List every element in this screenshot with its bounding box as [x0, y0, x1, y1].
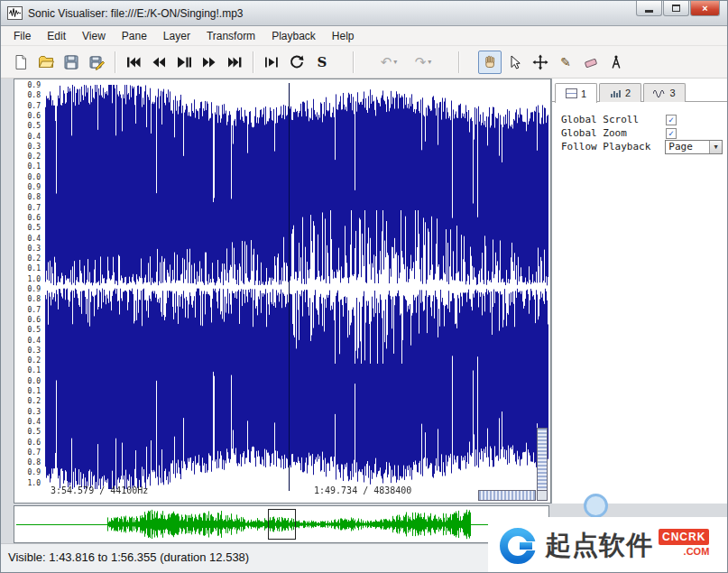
axis-label: 0.5	[28, 429, 41, 436]
redo-button[interactable]: ↷ ▾	[407, 51, 439, 74]
menu-edit[interactable]: Edit	[39, 27, 74, 45]
save-session-button[interactable]	[60, 51, 83, 74]
playhead-cursor	[289, 83, 290, 491]
overview-strip[interactable]	[14, 505, 549, 543]
fast-forward-to-end-icon	[226, 54, 243, 70]
tool-edit-button[interactable]	[529, 51, 552, 74]
global-zoom-checkbox[interactable]: ✓	[666, 128, 677, 139]
save-session-as-button[interactable]	[85, 51, 108, 74]
menu-help[interactable]: Help	[324, 27, 363, 45]
close-icon: ×	[702, 4, 707, 14]
axis-label: 0.4	[28, 236, 41, 243]
watermark-banner: 起点软件 CNCRK .COM	[488, 517, 728, 573]
fast-forward-button[interactable]	[198, 51, 221, 74]
watermark-domain: .COM	[684, 546, 710, 557]
new-session-button[interactable]	[9, 51, 32, 74]
loop-playback-button[interactable]	[285, 51, 309, 74]
zoom-reset-button[interactable]	[537, 490, 548, 501]
check-icon: ✓	[668, 129, 674, 138]
axis-label: 0.7	[28, 449, 41, 457]
menu-playback[interactable]: Playback	[263, 27, 324, 45]
redo-icon: ↷	[415, 55, 427, 69]
maximize-icon	[672, 5, 680, 12]
follow-playback-select[interactable]: Page ▼	[665, 140, 723, 154]
axis-label: 0.4	[28, 419, 41, 426]
menu-view[interactable]: View	[74, 27, 114, 45]
tool-select-button[interactable]	[503, 51, 527, 74]
axis-label: 0.9	[28, 184, 41, 191]
fast-forward-icon	[201, 54, 217, 70]
toolbar-separator	[115, 51, 115, 73]
undo-dropdown-icon: ▾	[393, 58, 397, 66]
visible-region-box[interactable]	[268, 509, 296, 540]
play-pause-button[interactable]	[172, 51, 196, 74]
save-as-floppy-pencil-icon	[88, 54, 105, 70]
open-session-button[interactable]	[34, 51, 58, 74]
amplitude-axis: 0.90.80.70.60.50.40.30.20.10.00.90.80.70…	[14, 79, 44, 503]
horizontal-zoom-wheel[interactable]	[478, 490, 536, 501]
tool-draw-button[interactable]: ✎	[554, 51, 577, 74]
play-selection-icon	[263, 54, 280, 70]
axis-label: 0.7	[28, 205, 41, 212]
rewind-to-start-icon	[125, 54, 142, 70]
redo-dropdown-icon: ▾	[428, 58, 431, 66]
save-floppy-icon	[63, 54, 79, 70]
wave-thumbnail-icon	[653, 88, 666, 98]
menu-file[interactable]: File	[5, 27, 39, 45]
fast-forward-to-end-button[interactable]	[223, 51, 246, 74]
undo-button[interactable]: ↶ ▾	[373, 51, 405, 74]
tool-measure-button[interactable]	[604, 51, 628, 74]
new-document-icon	[13, 54, 29, 70]
rewind-icon	[151, 54, 167, 70]
pane-tab-1[interactable]: 1	[555, 83, 597, 103]
visible-range-text: Visible: 1:43.816 to 1:56.355 (duration …	[8, 550, 249, 564]
menu-layer[interactable]: Layer	[155, 27, 198, 45]
pane-tab-2[interactable]: 2	[599, 83, 641, 102]
menu-pane[interactable]: Pane	[114, 27, 155, 45]
vertical-zoom-wheel[interactable]	[537, 428, 548, 491]
axis-label: 0.2	[28, 153, 41, 161]
toolbar-separator	[458, 51, 459, 73]
close-button[interactable]: ×	[690, 1, 720, 16]
pane-thumbnail-icon	[566, 88, 577, 98]
axis-label: 0.5	[28, 327, 41, 334]
axis-label: 0.1	[28, 265, 41, 273]
pane-tab-3[interactable]: 3	[643, 83, 686, 102]
maximize-button[interactable]	[663, 1, 689, 16]
axis-label: 0.9	[28, 286, 41, 293]
axis-label: 0.1	[28, 367, 41, 374]
global-scroll-checkbox[interactable]: ✓	[666, 115, 677, 125]
axis-label: 0.7	[28, 307, 41, 314]
axis-label: 1.0	[28, 480, 41, 487]
toolbar-separator	[253, 51, 253, 73]
axis-label: 0.2	[28, 398, 41, 405]
property-row: Global Zoom ✓	[561, 126, 723, 140]
minimize-icon	[645, 10, 653, 13]
watermark-circle-logo	[584, 494, 608, 518]
loop-icon	[289, 54, 305, 70]
solo-pane-button[interactable]: S	[310, 51, 334, 74]
axis-label: 0.3	[28, 409, 41, 416]
axis-label: 0.6	[28, 215, 41, 222]
minimize-button[interactable]	[636, 1, 662, 16]
tool-erase-button[interactable]	[579, 51, 603, 74]
constrain-playback-button[interactable]	[260, 51, 283, 74]
toolbar: S ↶ ▾ ↷ ▾	[1, 46, 727, 79]
watermark-badge: CNCRK	[659, 529, 709, 545]
pencil-icon: ✎	[560, 56, 571, 69]
axis-label: 0.1	[28, 163, 41, 171]
undo-icon: ↶	[381, 55, 392, 69]
waveform-canvas[interactable]	[45, 83, 548, 491]
axis-label: 0.3	[28, 347, 41, 355]
open-folder-icon	[38, 54, 54, 70]
axis-label: 0.9	[28, 82, 41, 89]
menu-transform[interactable]: Transform	[198, 27, 263, 45]
rewind-to-start-button[interactable]	[122, 51, 145, 74]
rewind-button[interactable]	[147, 51, 170, 74]
axis-label: 0.6	[28, 317, 41, 324]
axis-label: 0.1	[28, 388, 41, 395]
waveform-pane: 0.90.80.70.60.50.40.30.20.10.00.90.80.70…	[14, 79, 551, 504]
axis-label: 0.2	[28, 255, 41, 263]
tool-navigate-button[interactable]	[478, 51, 502, 74]
move-crosshair-icon	[532, 54, 548, 70]
